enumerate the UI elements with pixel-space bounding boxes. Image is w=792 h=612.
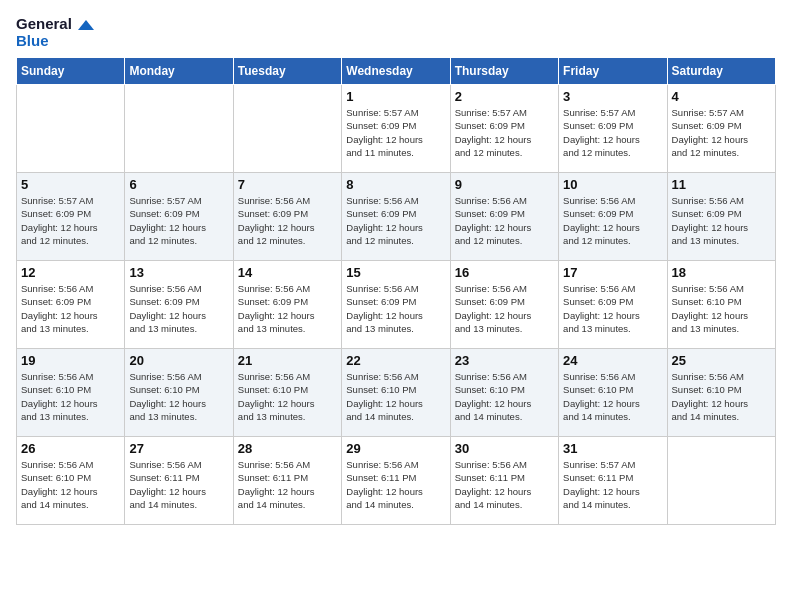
day-info: Sunrise: 5:56 AMSunset: 6:11 PMDaylight:…: [238, 458, 337, 511]
calendar-cell: 18Sunrise: 5:56 AMSunset: 6:10 PMDayligh…: [667, 261, 775, 349]
day-info: Sunrise: 5:57 AMSunset: 6:09 PMDaylight:…: [672, 106, 771, 159]
week-row-5: 26Sunrise: 5:56 AMSunset: 6:10 PMDayligh…: [17, 437, 776, 525]
day-info: Sunrise: 5:57 AMSunset: 6:09 PMDaylight:…: [129, 194, 228, 247]
weekday-header-row: SundayMondayTuesdayWednesdayThursdayFrid…: [17, 58, 776, 85]
day-number: 22: [346, 353, 445, 368]
calendar-table: SundayMondayTuesdayWednesdayThursdayFrid…: [16, 57, 776, 525]
day-number: 2: [455, 89, 554, 104]
day-info: Sunrise: 5:56 AMSunset: 6:10 PMDaylight:…: [455, 370, 554, 423]
day-number: 30: [455, 441, 554, 456]
day-number: 8: [346, 177, 445, 192]
calendar-cell: 3Sunrise: 5:57 AMSunset: 6:09 PMDaylight…: [559, 85, 667, 173]
day-number: 27: [129, 441, 228, 456]
day-info: Sunrise: 5:56 AMSunset: 6:10 PMDaylight:…: [129, 370, 228, 423]
calendar-cell: 5Sunrise: 5:57 AMSunset: 6:09 PMDaylight…: [17, 173, 125, 261]
calendar-cell: 7Sunrise: 5:56 AMSunset: 6:09 PMDaylight…: [233, 173, 341, 261]
day-number: 17: [563, 265, 662, 280]
day-number: 7: [238, 177, 337, 192]
day-info: Sunrise: 5:56 AMSunset: 6:10 PMDaylight:…: [238, 370, 337, 423]
day-info: Sunrise: 5:57 AMSunset: 6:09 PMDaylight:…: [455, 106, 554, 159]
day-number: 18: [672, 265, 771, 280]
calendar-cell: 26Sunrise: 5:56 AMSunset: 6:10 PMDayligh…: [17, 437, 125, 525]
weekday-header-saturday: Saturday: [667, 58, 775, 85]
calendar-cell: 29Sunrise: 5:56 AMSunset: 6:11 PMDayligh…: [342, 437, 450, 525]
calendar-cell: 11Sunrise: 5:56 AMSunset: 6:09 PMDayligh…: [667, 173, 775, 261]
calendar-cell: 31Sunrise: 5:57 AMSunset: 6:11 PMDayligh…: [559, 437, 667, 525]
calendar-cell: 10Sunrise: 5:56 AMSunset: 6:09 PMDayligh…: [559, 173, 667, 261]
calendar-cell: 6Sunrise: 5:57 AMSunset: 6:09 PMDaylight…: [125, 173, 233, 261]
calendar-cell: 19Sunrise: 5:56 AMSunset: 6:10 PMDayligh…: [17, 349, 125, 437]
day-number: 14: [238, 265, 337, 280]
day-number: 4: [672, 89, 771, 104]
day-number: 9: [455, 177, 554, 192]
day-number: 23: [455, 353, 554, 368]
calendar-cell: 30Sunrise: 5:56 AMSunset: 6:11 PMDayligh…: [450, 437, 558, 525]
calendar-cell: [17, 85, 125, 173]
calendar-cell: [125, 85, 233, 173]
day-info: Sunrise: 5:56 AMSunset: 6:11 PMDaylight:…: [455, 458, 554, 511]
day-info: Sunrise: 5:56 AMSunset: 6:11 PMDaylight:…: [346, 458, 445, 511]
calendar-cell: 1Sunrise: 5:57 AMSunset: 6:09 PMDaylight…: [342, 85, 450, 173]
day-number: 25: [672, 353, 771, 368]
calendar-cell: 9Sunrise: 5:56 AMSunset: 6:09 PMDaylight…: [450, 173, 558, 261]
calendar-cell: 21Sunrise: 5:56 AMSunset: 6:10 PMDayligh…: [233, 349, 341, 437]
weekday-header-wednesday: Wednesday: [342, 58, 450, 85]
day-number: 26: [21, 441, 120, 456]
calendar-cell: 22Sunrise: 5:56 AMSunset: 6:10 PMDayligh…: [342, 349, 450, 437]
weekday-header-monday: Monday: [125, 58, 233, 85]
day-number: 13: [129, 265, 228, 280]
day-info: Sunrise: 5:56 AMSunset: 6:09 PMDaylight:…: [346, 194, 445, 247]
calendar-cell: 17Sunrise: 5:56 AMSunset: 6:09 PMDayligh…: [559, 261, 667, 349]
day-info: Sunrise: 5:56 AMSunset: 6:09 PMDaylight:…: [346, 282, 445, 335]
day-info: Sunrise: 5:56 AMSunset: 6:09 PMDaylight:…: [563, 194, 662, 247]
day-info: Sunrise: 5:56 AMSunset: 6:09 PMDaylight:…: [238, 282, 337, 335]
calendar-cell: 14Sunrise: 5:56 AMSunset: 6:09 PMDayligh…: [233, 261, 341, 349]
week-row-3: 12Sunrise: 5:56 AMSunset: 6:09 PMDayligh…: [17, 261, 776, 349]
calendar-cell: 4Sunrise: 5:57 AMSunset: 6:09 PMDaylight…: [667, 85, 775, 173]
day-info: Sunrise: 5:56 AMSunset: 6:09 PMDaylight:…: [455, 282, 554, 335]
week-row-4: 19Sunrise: 5:56 AMSunset: 6:10 PMDayligh…: [17, 349, 776, 437]
day-number: 31: [563, 441, 662, 456]
day-info: Sunrise: 5:56 AMSunset: 6:09 PMDaylight:…: [672, 194, 771, 247]
day-info: Sunrise: 5:56 AMSunset: 6:09 PMDaylight:…: [21, 282, 120, 335]
weekday-header-tuesday: Tuesday: [233, 58, 341, 85]
day-number: 6: [129, 177, 228, 192]
day-info: Sunrise: 5:56 AMSunset: 6:10 PMDaylight:…: [21, 458, 120, 511]
day-info: Sunrise: 5:56 AMSunset: 6:09 PMDaylight:…: [455, 194, 554, 247]
day-info: Sunrise: 5:57 AMSunset: 6:09 PMDaylight:…: [563, 106, 662, 159]
day-info: Sunrise: 5:57 AMSunset: 6:11 PMDaylight:…: [563, 458, 662, 511]
calendar-cell: 2Sunrise: 5:57 AMSunset: 6:09 PMDaylight…: [450, 85, 558, 173]
weekday-header-friday: Friday: [559, 58, 667, 85]
logo: General Blue: [16, 16, 94, 49]
day-number: 3: [563, 89, 662, 104]
day-info: Sunrise: 5:56 AMSunset: 6:10 PMDaylight:…: [346, 370, 445, 423]
calendar-cell: 20Sunrise: 5:56 AMSunset: 6:10 PMDayligh…: [125, 349, 233, 437]
calendar-cell: 16Sunrise: 5:56 AMSunset: 6:09 PMDayligh…: [450, 261, 558, 349]
day-info: Sunrise: 5:57 AMSunset: 6:09 PMDaylight:…: [21, 194, 120, 247]
day-number: 24: [563, 353, 662, 368]
day-info: Sunrise: 5:56 AMSunset: 6:11 PMDaylight:…: [129, 458, 228, 511]
day-number: 12: [21, 265, 120, 280]
day-info: Sunrise: 5:56 AMSunset: 6:10 PMDaylight:…: [563, 370, 662, 423]
calendar-cell: 24Sunrise: 5:56 AMSunset: 6:10 PMDayligh…: [559, 349, 667, 437]
day-number: 20: [129, 353, 228, 368]
calendar-cell: 12Sunrise: 5:56 AMSunset: 6:09 PMDayligh…: [17, 261, 125, 349]
day-number: 29: [346, 441, 445, 456]
calendar-cell: 28Sunrise: 5:56 AMSunset: 6:11 PMDayligh…: [233, 437, 341, 525]
day-number: 5: [21, 177, 120, 192]
day-number: 1: [346, 89, 445, 104]
day-info: Sunrise: 5:56 AMSunset: 6:10 PMDaylight:…: [672, 370, 771, 423]
calendar-cell: 23Sunrise: 5:56 AMSunset: 6:10 PMDayligh…: [450, 349, 558, 437]
week-row-1: 1Sunrise: 5:57 AMSunset: 6:09 PMDaylight…: [17, 85, 776, 173]
weekday-header-thursday: Thursday: [450, 58, 558, 85]
day-number: 19: [21, 353, 120, 368]
day-info: Sunrise: 5:56 AMSunset: 6:09 PMDaylight:…: [238, 194, 337, 247]
day-info: Sunrise: 5:56 AMSunset: 6:09 PMDaylight:…: [129, 282, 228, 335]
day-info: Sunrise: 5:56 AMSunset: 6:10 PMDaylight:…: [672, 282, 771, 335]
day-number: 11: [672, 177, 771, 192]
day-number: 10: [563, 177, 662, 192]
day-number: 28: [238, 441, 337, 456]
logo-general: General: [16, 16, 94, 33]
weekday-header-sunday: Sunday: [17, 58, 125, 85]
week-row-2: 5Sunrise: 5:57 AMSunset: 6:09 PMDaylight…: [17, 173, 776, 261]
